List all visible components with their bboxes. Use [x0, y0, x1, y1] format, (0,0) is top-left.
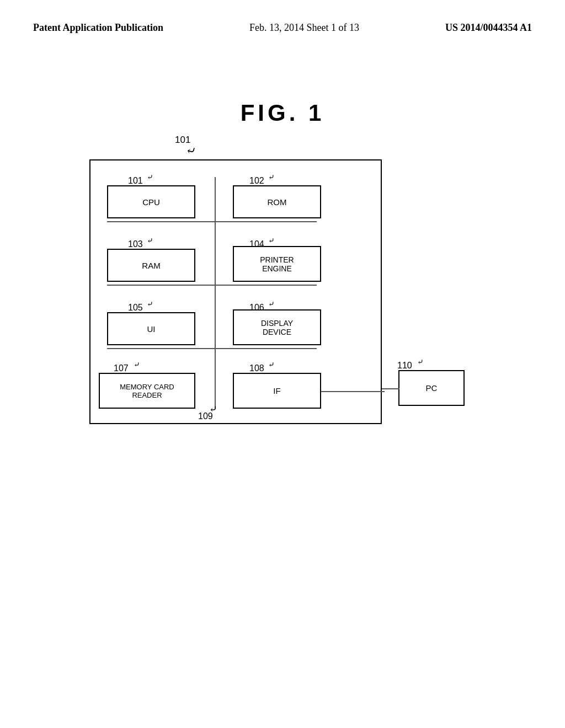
ref-106-bracket: ⤶	[268, 299, 275, 308]
ref-108: 108	[249, 363, 264, 373]
ref-110-bracket: ⤶	[417, 357, 424, 366]
ref-110: 110	[397, 361, 412, 371]
memory-card-reader-box: MEMORY CARDREADER	[99, 373, 195, 409]
bus-vertical	[215, 177, 216, 409]
ref-104-bracket: ⤶	[268, 236, 275, 245]
cpu-box: CPU	[107, 185, 195, 218]
bus-h1	[107, 221, 317, 222]
header-center: Feb. 13, 2014 Sheet 1 of 13	[249, 22, 359, 34]
diagram-area: 101 ⤶ 101 ⤶ CPU 102 ⤶ ROM 103 ⤶ RAM 104 …	[89, 159, 476, 424]
bus-h3	[107, 348, 317, 349]
page-header: Patent Application Publication Feb. 13, …	[0, 0, 565, 34]
ref-101-bracket: ⤶	[147, 173, 153, 181]
ref-109-bracket: ⤷	[209, 403, 217, 415]
ref-107: 107	[114, 363, 129, 373]
ui-box: UI	[107, 312, 195, 345]
pc-box: PC	[398, 370, 465, 406]
rom-box: ROM	[233, 185, 321, 218]
bus-h2	[107, 285, 317, 286]
figure-title: FIG. 1	[0, 100, 565, 126]
ref-102-bracket: ⤶	[268, 173, 275, 181]
display-device-box: DISPLAYDEVICE	[233, 309, 321, 345]
header-left: Patent Application Publication	[33, 22, 163, 34]
ref-105: 105	[128, 303, 143, 313]
ref-105-bracket: ⤶	[147, 299, 153, 308]
bus-outer-to-pc	[382, 388, 399, 389]
ref-103-bracket: ⤶	[147, 236, 153, 245]
header-right: US 2014/0044354 A1	[445, 22, 532, 34]
printer-engine-box: PRINTERENGINE	[233, 246, 321, 282]
bus-to-if-exit	[321, 391, 385, 392]
ram-box: RAM	[107, 249, 195, 282]
outer-system-box: 101 ⤶ CPU 102 ⤶ ROM 103 ⤶ RAM 104 ⤶ PRIN…	[89, 159, 382, 424]
ref-107-bracket: ⤶	[134, 360, 140, 369]
ref-108-bracket: ⤶	[268, 360, 275, 369]
if-box: IF	[233, 373, 321, 409]
ref-101: 101	[128, 176, 143, 186]
ref-103: 103	[128, 239, 143, 249]
ref-102: 102	[249, 176, 264, 186]
